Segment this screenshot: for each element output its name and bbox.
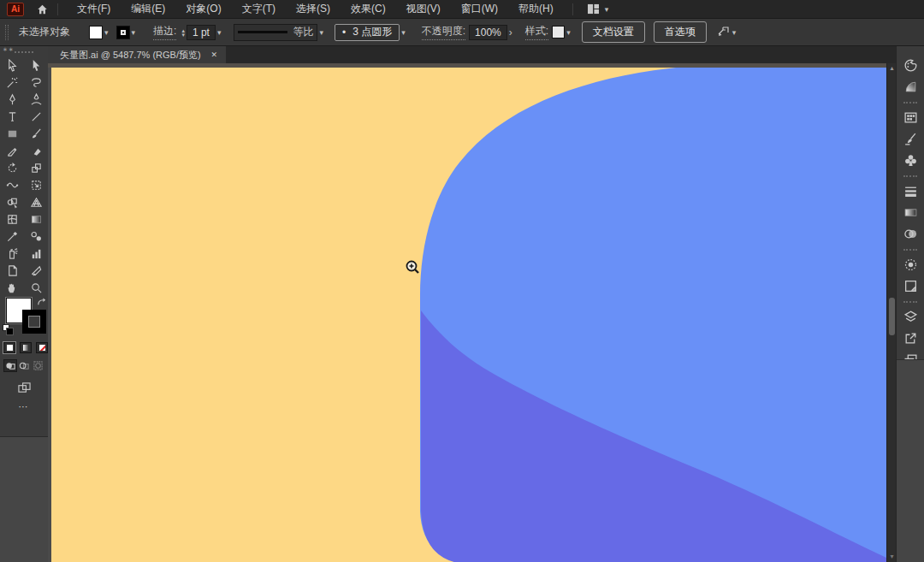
fill-color-swatch[interactable]	[89, 26, 103, 39]
arrange-documents-button[interactable]: ▾	[587, 3, 612, 15]
perspective-grid-tool[interactable]	[27, 194, 45, 210]
menu-window[interactable]: 窗口(W)	[451, 0, 508, 19]
artwork-canvas[interactable]	[48, 63, 886, 562]
panel-grip[interactable]	[15, 51, 33, 53]
default-fill-stroke-icon[interactable]	[3, 324, 14, 335]
brushes-panel-icon[interactable]	[897, 128, 924, 150]
chevron-down-icon[interactable]: ▾	[181, 33, 185, 37]
chevron-down-icon[interactable]: ▾	[566, 28, 571, 37]
opacity-input[interactable]: 100%	[469, 25, 507, 40]
curvature-tool[interactable]	[27, 92, 45, 107]
rectangle-tool[interactable]	[3, 126, 21, 141]
style-label[interactable]: 样式:	[525, 24, 548, 40]
stroke-profile-dropdown[interactable]: 等比	[234, 24, 317, 41]
symbols-panel-icon[interactable]	[897, 150, 924, 171]
width-tool[interactable]	[3, 177, 21, 192]
symbol-sprayer-tool[interactable]	[3, 246, 21, 261]
stroke-color-swatch[interactable]	[116, 26, 130, 39]
edit-toolbar-icon[interactable]: ⋯	[0, 401, 48, 412]
menu-select[interactable]: 选择(S)	[286, 0, 341, 19]
gradient-tool[interactable]	[27, 211, 45, 227]
scrollbar-thumb[interactable]	[889, 298, 895, 335]
magic-wand-tool[interactable]	[3, 74, 21, 90]
hand-tool[interactable]	[3, 280, 21, 295]
stroke-weight-stepper[interactable]: ▴ ▾	[181, 28, 185, 37]
panel-grip[interactable]	[903, 175, 917, 177]
export-panel-icon[interactable]	[897, 328, 924, 349]
menu-help[interactable]: 帮助(H)	[508, 0, 564, 19]
shape-builder-tool[interactable]	[3, 194, 21, 210]
swatches-panel-icon[interactable]	[897, 107, 924, 128]
document-tab-title: 矢量图.ai @ 5487.7% (RGB/预览)	[60, 49, 201, 62]
stroke-swatch[interactable]	[22, 310, 46, 334]
gradient-button[interactable]	[20, 342, 32, 353]
none-button[interactable]	[36, 342, 48, 353]
shaper-tool[interactable]	[3, 143, 21, 158]
canvas-viewport[interactable]	[48, 63, 886, 562]
menu-effect[interactable]: 效果(C)	[341, 0, 396, 19]
mesh-tool[interactable]	[3, 211, 21, 227]
collapse-panel-icon[interactable]: ∗∗	[3, 46, 15, 53]
blend-tool[interactable]	[27, 228, 45, 244]
menu-bar: Ai 文件(F) 编辑(E) 对象(O) 文字(T) 选择(S) 效果(C) 视…	[0, 0, 924, 19]
panel-grip[interactable]	[5, 25, 9, 40]
home-icon[interactable]	[36, 3, 49, 15]
eyedropper-tool[interactable]	[3, 228, 21, 244]
chevron-down-icon[interactable]: ▾	[732, 28, 737, 37]
selection-tool[interactable]	[3, 57, 21, 73]
chevron-down-icon[interactable]: ▾	[104, 28, 109, 37]
chevron-down-icon[interactable]: ▾	[401, 28, 406, 37]
style-swatch[interactable]	[552, 26, 565, 38]
menu-edit[interactable]: 编辑(E)	[121, 0, 175, 19]
brush-definition-dropdown[interactable]: • 3 点圆形	[335, 24, 400, 41]
eraser-tool[interactable]	[27, 143, 45, 158]
vertical-scrollbar[interactable]: ▴ ▾	[886, 63, 896, 562]
menu-view[interactable]: 视图(V)	[396, 0, 451, 19]
pen-tool[interactable]	[3, 92, 21, 107]
appearance-panel-icon[interactable]	[897, 254, 924, 275]
type-tool[interactable]	[3, 109, 21, 124]
menu-object[interactable]: 对象(O)	[175, 0, 231, 19]
isolate-selection-icon[interactable]	[717, 25, 731, 39]
preferences-button[interactable]: 首选项	[654, 21, 707, 43]
graphic-styles-panel-icon[interactable]	[897, 275, 924, 297]
line-segment-tool[interactable]	[27, 109, 45, 124]
gradient-panel-icon[interactable]	[897, 202, 924, 223]
stroke-panel-icon[interactable]	[897, 180, 924, 202]
stroke-weight-label[interactable]: 描边:	[153, 24, 176, 40]
scale-tool[interactable]	[27, 160, 45, 175]
change-screen-mode-icon[interactable]	[0, 382, 48, 394]
close-tab-icon[interactable]: ✕	[211, 50, 218, 59]
color-panel-icon[interactable]	[897, 55, 924, 76]
draw-normal-button[interactable]	[3, 359, 17, 372]
menu-file[interactable]: 文件(F)	[67, 0, 121, 19]
artboard-tool[interactable]	[3, 263, 21, 278]
panel-grip[interactable]	[903, 102, 917, 104]
column-graph-tool[interactable]	[27, 246, 45, 261]
slice-tool[interactable]	[27, 263, 45, 278]
paintbrush-tool[interactable]	[27, 126, 45, 141]
brush-name: 3 点圆形	[352, 25, 392, 39]
menu-type[interactable]: 文字(T)	[232, 0, 286, 19]
direct-selection-tool[interactable]	[27, 57, 45, 73]
transparency-panel-icon[interactable]	[897, 223, 924, 245]
draw-behind-button[interactable]	[17, 359, 31, 372]
draw-inside-button[interactable]	[31, 359, 44, 372]
chevron-down-icon[interactable]: ▾	[132, 28, 136, 37]
rotate-tool[interactable]	[3, 160, 21, 175]
panel-grip[interactable]	[903, 249, 917, 251]
document-tab[interactable]: 矢量图.ai @ 5487.7% (RGB/预览) ✕	[48, 46, 226, 63]
stroke-weight-input[interactable]: 1 pt	[187, 25, 216, 40]
color-guide-panel-icon[interactable]	[897, 76, 924, 98]
opacity-label[interactable]: 不透明度:	[422, 24, 465, 40]
lasso-tool[interactable]	[27, 74, 45, 90]
layers-panel-icon[interactable]	[897, 306, 924, 328]
panel-grip[interactable]	[903, 301, 917, 303]
chevron-down-icon[interactable]: ▾	[217, 28, 222, 37]
zoom-tool[interactable]	[27, 280, 45, 295]
document-setup-button[interactable]: 文档设置	[582, 21, 645, 43]
more-options-arrow[interactable]: ›	[509, 27, 512, 38]
free-transform-tool[interactable]	[27, 177, 45, 192]
color-button[interactable]	[3, 342, 15, 353]
chevron-down-icon[interactable]: ▾	[319, 28, 323, 37]
